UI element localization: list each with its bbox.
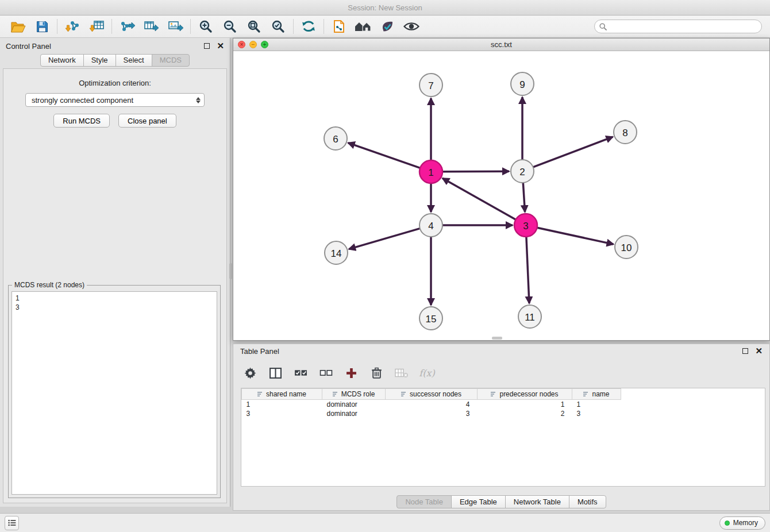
table-row[interactable]: 3dominator323 [242,409,621,418]
toolbar-separator [190,19,191,34]
apply-style-button[interactable] [375,17,399,36]
optimization-criterion-select[interactable]: strongly connected component [25,93,205,107]
tab-node-table[interactable]: Node Table [396,495,452,508]
unselect-all-columns-button[interactable] [318,365,333,380]
optimization-criterion-label: Optimization criterion: [3,79,226,87]
home-views-button[interactable] [351,17,375,36]
cell-mcds_role[interactable]: dominator [322,400,386,409]
table-panel-title: Table Panel [240,347,279,356]
open-file-button[interactable] [6,17,30,36]
cell-predecessor_nodes[interactable]: 1 [478,400,572,409]
gear-icon [244,367,256,379]
panel-menu-button[interactable] [5,516,19,530]
toolbar-search-area [594,20,762,33]
network-window-titlebar[interactable]: × − + scc.txt [233,38,769,51]
node-table: shared name MCDS role successor nodes pr… [241,388,621,418]
zoom-in-button[interactable] [194,17,218,36]
import-network-button[interactable] [60,17,84,36]
float-table-panel-icon[interactable] [742,348,748,354]
network-view-window: × − + scc.txt 7968124314101511 [233,38,770,341]
export-table-icon [144,20,159,33]
close-table-panel-icon[interactable]: ✕ [755,348,763,354]
tab-select[interactable]: Select [116,54,152,67]
column-header-predecessor-nodes[interactable]: predecessor nodes [478,389,572,400]
edge-1-2[interactable] [442,171,509,172]
import-table-button[interactable] [84,17,109,36]
window-zoom-icon[interactable]: + [261,41,268,48]
tab-network-table[interactable]: Network Table [505,495,569,508]
export-image-button[interactable] [163,17,187,36]
window-title: Session: New Session [348,3,422,12]
control-panel-title: Control Panel [6,42,51,51]
node-label-3: 3 [523,221,528,232]
edge-4-14[interactable] [349,229,420,249]
apply-layout-button[interactable] [297,17,321,36]
tab-motifs[interactable]: Motifs [569,495,606,508]
cell-successor_nodes[interactable]: 3 [386,409,478,418]
mcds-result-text[interactable]: 1 3 [11,291,217,495]
search-field[interactable] [594,20,762,33]
select-all-columns-button[interactable] [293,365,308,380]
edge-1-6[interactable] [348,143,420,168]
edge-2-8[interactable] [533,137,613,167]
canvas-scrollbar-thumb[interactable] [492,337,502,340]
table-panel: Table Panel ✕ [233,344,770,511]
tab-mcds[interactable]: MCDS [152,54,190,67]
memory-button[interactable]: Memory [719,516,765,530]
export-network-button[interactable] [115,17,139,36]
cell-name[interactable]: 3 [572,409,621,418]
main-toolbar [0,16,770,38]
function-builder-button[interactable]: f(x) [419,365,434,380]
close-panel-icon[interactable]: ✕ [217,43,224,49]
node-label-14: 14 [331,248,342,259]
window-minimize-icon[interactable]: − [249,41,257,48]
tab-edge-table[interactable]: Edge Table [451,495,506,508]
node-label-2: 2 [519,167,525,178]
table-panel-tabs: Node Table Edge Table Network Table Moti… [233,495,769,508]
node-label-11: 11 [525,312,535,323]
checked-boxes-icon [294,369,307,377]
cell-successor_nodes[interactable]: 4 [386,400,478,409]
window-close-icon[interactable]: × [238,41,245,48]
cell-predecessor_nodes[interactable]: 2 [478,409,572,418]
network-canvas[interactable]: 7968124314101511 [233,51,769,340]
cell-shared_name[interactable]: 3 [242,409,322,418]
panel-splitter-handle[interactable] [229,263,232,279]
show-columns-button[interactable] [268,365,283,380]
cell-name[interactable]: 1 [572,400,621,409]
tab-network[interactable]: Network [40,54,84,67]
open-network-document-button[interactable] [327,17,351,36]
node-label-8: 8 [622,128,627,138]
cell-mcds_role[interactable]: dominator [322,409,386,418]
cell-shared_name[interactable]: 1 [242,400,322,409]
delete-table-button[interactable] [394,365,409,380]
show-graphics-details-button[interactable] [399,17,424,36]
zoom-out-icon [223,20,237,33]
float-panel-icon[interactable] [204,43,210,49]
export-table-button[interactable] [139,17,163,36]
edge-2-3[interactable] [523,183,525,212]
edge-3-1[interactable] [442,178,516,219]
search-icon [599,23,607,30]
zoom-out-button[interactable] [218,17,242,36]
run-mcds-button[interactable]: Run MCDS [53,114,110,128]
save-session-button[interactable] [30,17,54,36]
dropdown-stepper-icon [196,97,201,103]
search-input[interactable] [610,22,757,30]
edge-3-11[interactable] [526,237,529,303]
column-header-mcds-role[interactable]: MCDS role [322,389,386,400]
close-panel-button[interactable]: Close panel [118,114,176,128]
edge-3-10[interactable] [537,228,614,244]
zoom-fit-button[interactable] [242,17,266,36]
tab-style[interactable]: Style [83,54,116,67]
open-file-icon [10,20,26,33]
column-header-shared-name[interactable]: shared name [242,389,322,400]
create-column-button[interactable] [344,365,359,380]
column-header-name[interactable]: name [572,389,621,400]
window-titlebar[interactable]: Session: New Session [0,0,770,16]
table-row[interactable]: 1dominator411 [242,400,621,409]
delete-columns-button[interactable] [369,365,384,380]
zoom-selected-button[interactable] [266,17,290,36]
column-settings-button[interactable] [242,365,257,380]
column-header-successor-nodes[interactable]: successor nodes [386,389,478,400]
